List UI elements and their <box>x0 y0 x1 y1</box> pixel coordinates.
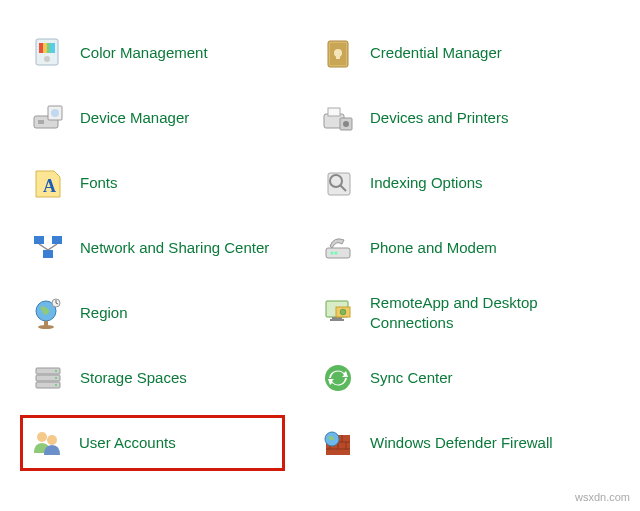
fonts-icon: A <box>30 165 66 201</box>
svg-rect-39 <box>330 319 344 321</box>
label-region: Region <box>80 303 128 323</box>
svg-point-33 <box>38 325 54 329</box>
devices-printers-icon <box>320 100 356 136</box>
label-storage-spaces: Storage Spaces <box>80 368 187 388</box>
sync-center-icon <box>320 360 356 396</box>
label-devices-printers: Devices and Printers <box>370 108 508 128</box>
device-manager-icon <box>30 100 66 136</box>
defender-firewall-icon <box>320 425 356 461</box>
item-fonts[interactable]: A Fonts <box>30 165 320 201</box>
label-sync-center: Sync Center <box>370 368 453 388</box>
svg-point-18 <box>343 121 349 127</box>
svg-point-13 <box>51 109 59 117</box>
item-remoteapp[interactable]: RemoteApp and Desktop Connections <box>320 293 610 332</box>
svg-rect-14 <box>38 120 44 124</box>
label-device-manager: Device Manager <box>80 108 189 128</box>
item-devices-printers[interactable]: Devices and Printers <box>320 100 610 136</box>
watermark: wsxdn.com <box>575 491 630 503</box>
svg-point-29 <box>331 251 334 254</box>
svg-point-30 <box>335 251 338 254</box>
label-user-accounts: User Accounts <box>79 433 176 453</box>
svg-rect-23 <box>34 236 44 244</box>
remoteapp-icon <box>320 295 356 331</box>
label-indexing-options: Indexing Options <box>370 173 483 193</box>
svg-rect-24 <box>52 236 62 244</box>
item-storage-spaces[interactable]: Storage Spaces <box>30 360 320 396</box>
label-credential-manager: Credential Manager <box>370 43 502 63</box>
svg-line-27 <box>48 244 57 250</box>
user-accounts-icon <box>29 425 65 461</box>
item-user-accounts[interactable]: User Accounts <box>20 415 285 471</box>
network-sharing-icon <box>30 230 66 266</box>
item-device-manager[interactable]: Device Manager <box>30 100 320 136</box>
svg-rect-2 <box>39 43 43 53</box>
svg-rect-4 <box>47 43 51 53</box>
item-indexing-options[interactable]: Indexing Options <box>320 165 610 201</box>
indexing-options-icon <box>320 165 356 201</box>
label-defender-firewall: Windows Defender Firewall <box>370 433 553 453</box>
region-icon <box>30 295 66 331</box>
svg-point-49 <box>37 432 47 442</box>
storage-spaces-icon <box>30 360 66 396</box>
svg-rect-16 <box>328 108 340 116</box>
label-remoteapp: RemoteApp and Desktop Connections <box>370 293 580 332</box>
svg-rect-28 <box>326 248 350 258</box>
color-management-icon <box>30 35 66 71</box>
item-credential-manager[interactable]: Credential Manager <box>320 35 610 71</box>
svg-rect-25 <box>43 250 53 258</box>
phone-modem-icon <box>320 230 356 266</box>
item-region[interactable]: Region <box>30 295 320 331</box>
svg-point-48 <box>325 365 351 391</box>
label-color-management: Color Management <box>80 43 208 63</box>
svg-line-26 <box>39 244 48 250</box>
svg-text:A: A <box>43 176 56 196</box>
item-color-management[interactable]: Color Management <box>30 35 320 71</box>
svg-point-46 <box>55 377 57 379</box>
credential-manager-icon <box>320 35 356 71</box>
control-panel-grid: Color Management Credential Manager <box>30 20 610 475</box>
item-network-sharing[interactable]: Network and Sharing Center <box>30 230 320 266</box>
item-phone-modem[interactable]: Phone and Modem <box>320 230 610 266</box>
item-defender-firewall[interactable]: Windows Defender Firewall <box>320 425 610 461</box>
label-phone-modem: Phone and Modem <box>370 238 497 258</box>
svg-rect-5 <box>51 43 55 53</box>
svg-point-50 <box>47 435 57 445</box>
svg-rect-10 <box>336 53 340 59</box>
svg-point-47 <box>55 384 57 386</box>
item-sync-center[interactable]: Sync Center <box>320 360 610 396</box>
svg-rect-3 <box>43 43 47 53</box>
label-network-sharing: Network and Sharing Center <box>80 238 269 258</box>
label-fonts: Fonts <box>80 173 118 193</box>
svg-point-45 <box>55 370 57 372</box>
svg-point-6 <box>44 56 50 62</box>
